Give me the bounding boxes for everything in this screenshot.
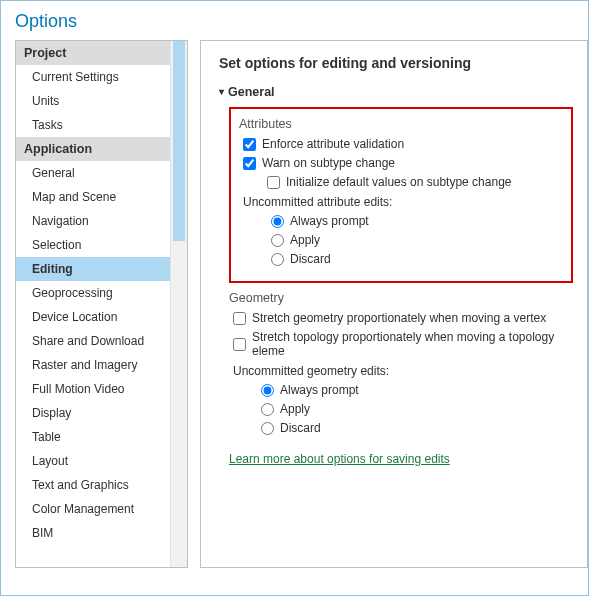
init-label: Initialize default values on subtype cha… — [286, 175, 512, 189]
scrollbar-thumb[interactable] — [173, 41, 185, 241]
attr-apply-radio[interactable] — [271, 234, 284, 247]
geom-apply-radio[interactable] — [261, 403, 274, 416]
sidebar-item-table[interactable]: Table — [16, 425, 170, 449]
attr-always-row: Always prompt — [271, 214, 563, 228]
dialog-title: Options — [1, 1, 588, 40]
geom-discard-radio[interactable] — [261, 422, 274, 435]
options-dialog: Options Project Current Settings Units T… — [0, 0, 589, 596]
sidebar-header-application: Application — [16, 137, 170, 161]
sidebar-item-device-location[interactable]: Device Location — [16, 305, 170, 329]
enforce-row: Enforce attribute validation — [243, 137, 563, 151]
attr-discard-row: Discard — [271, 252, 563, 266]
sidebar-item-bim[interactable]: BIM — [16, 521, 170, 545]
geom-discard-label: Discard — [280, 421, 321, 435]
geom-discard-row: Discard — [261, 421, 573, 435]
geom-apply-row: Apply — [261, 402, 573, 416]
enforce-label: Enforce attribute validation — [262, 137, 404, 151]
sidebar-item-selection[interactable]: Selection — [16, 233, 170, 257]
sidebar-item-raster-and-imagery[interactable]: Raster and Imagery — [16, 353, 170, 377]
attributes-highlight-box: Attributes Enforce attribute validation … — [229, 107, 573, 283]
sidebar-item-share-and-download[interactable]: Share and Download — [16, 329, 170, 353]
general-section: Attributes Enforce attribute validation … — [219, 107, 573, 466]
sidebar-item-geoprocessing[interactable]: Geoprocessing — [16, 281, 170, 305]
learn-more-link[interactable]: Learn more about options for saving edit… — [229, 452, 450, 466]
sidebar-item-text-and-graphics[interactable]: Text and Graphics — [16, 473, 170, 497]
uncommitted-attr-label: Uncommitted attribute edits: — [243, 195, 563, 209]
chevron-down-icon — [219, 85, 224, 99]
stretch-geom-label: Stretch geometry proportionately when mo… — [252, 311, 546, 325]
attr-apply-label: Apply — [290, 233, 320, 247]
sidebar-item-navigation[interactable]: Navigation — [16, 209, 170, 233]
sidebar-scrollbar[interactable] — [170, 41, 187, 567]
stretch-topo-row: Stretch topology proportionately when mo… — [233, 330, 573, 358]
sidebar-item-display[interactable]: Display — [16, 401, 170, 425]
sidebar-item-layout[interactable]: Layout — [16, 449, 170, 473]
main-panel: Set options for editing and versioning G… — [200, 40, 588, 568]
sidebar-item-editing[interactable]: Editing — [16, 257, 170, 281]
stretch-geom-row: Stretch geometry proportionately when mo… — [233, 311, 573, 325]
enforce-attribute-validation-checkbox[interactable] — [243, 138, 256, 151]
sidebar-item-color-management[interactable]: Color Management — [16, 497, 170, 521]
geom-always-label: Always prompt — [280, 383, 359, 397]
uncommitted-geom-label: Uncommitted geometry edits: — [233, 364, 573, 378]
group-header-general-label: General — [228, 85, 275, 99]
attr-always-prompt-radio[interactable] — [271, 215, 284, 228]
dialog-body: Project Current Settings Units Tasks App… — [1, 40, 588, 568]
attr-always-label: Always prompt — [290, 214, 369, 228]
main-heading: Set options for editing and versioning — [219, 55, 573, 71]
sidebar: Project Current Settings Units Tasks App… — [15, 40, 188, 568]
warn-label: Warn on subtype change — [262, 156, 395, 170]
initialize-default-values-checkbox[interactable] — [267, 176, 280, 189]
geom-always-prompt-radio[interactable] — [261, 384, 274, 397]
warn-subtype-change-checkbox[interactable] — [243, 157, 256, 170]
attr-discard-radio[interactable] — [271, 253, 284, 266]
sidebar-item-full-motion-video[interactable]: Full Motion Video — [16, 377, 170, 401]
sidebar-list: Project Current Settings Units Tasks App… — [16, 41, 170, 567]
sidebar-item-units[interactable]: Units — [16, 89, 170, 113]
attr-discard-label: Discard — [290, 252, 331, 266]
geom-always-row: Always prompt — [261, 383, 573, 397]
warn-row: Warn on subtype change — [243, 156, 563, 170]
geom-apply-label: Apply — [280, 402, 310, 416]
sidebar-item-general[interactable]: General — [16, 161, 170, 185]
sidebar-header-project: Project — [16, 41, 170, 65]
stretch-topology-checkbox[interactable] — [233, 338, 246, 351]
stretch-geometry-checkbox[interactable] — [233, 312, 246, 325]
sidebar-item-tasks[interactable]: Tasks — [16, 113, 170, 137]
init-row: Initialize default values on subtype cha… — [267, 175, 563, 189]
attributes-heading: Attributes — [239, 117, 563, 131]
sidebar-item-current-settings[interactable]: Current Settings — [16, 65, 170, 89]
geometry-heading: Geometry — [229, 291, 573, 305]
attr-apply-row: Apply — [271, 233, 563, 247]
sidebar-item-map-and-scene[interactable]: Map and Scene — [16, 185, 170, 209]
group-header-general[interactable]: General — [219, 85, 573, 99]
stretch-topo-label: Stretch topology proportionately when mo… — [252, 330, 573, 358]
